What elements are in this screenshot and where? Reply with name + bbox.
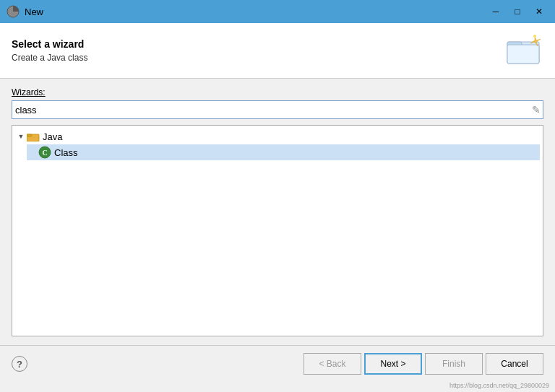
svg-point-4	[533, 35, 536, 38]
svg-text:C: C	[42, 149, 47, 157]
header-text: Select a wizard Create a Java class	[12, 38, 87, 63]
watermark: https://blog.csdn.net/qq_29800029	[0, 382, 555, 392]
app-icon	[6, 4, 20, 19]
tree-expand-arrow[interactable]: ▼	[15, 131, 27, 142]
help-button[interactable]: ?	[12, 356, 27, 372]
minimize-button[interactable]: ─	[486, 4, 506, 19]
main-content: Select a wizard Create a Java class Wiza…	[0, 23, 555, 392]
tree-children: ▶ C Class	[27, 144, 540, 160]
next-button[interactable]: Next >	[364, 353, 422, 375]
clear-search-icon[interactable]: ✎	[532, 104, 541, 116]
wizard-icon	[506, 32, 543, 69]
footer-buttons: < Back Next > Finish Cancel	[304, 353, 543, 375]
java-class-icon: C	[38, 146, 51, 159]
close-button[interactable]: ✕	[529, 4, 549, 19]
wizards-label: Wizards:	[12, 87, 543, 97]
window-title: New	[25, 6, 486, 17]
maximize-button[interactable]: □	[507, 4, 528, 19]
wizard-header: Select a wizard Create a Java class	[0, 23, 555, 79]
svg-rect-6	[27, 134, 32, 136]
tree-item-java[interactable]: ▼ Java	[15, 129, 540, 144]
java-folder-icon	[27, 130, 40, 143]
search-input[interactable]	[12, 100, 543, 119]
finish-button[interactable]: Finish	[425, 353, 483, 375]
wizard-body: Wizards: ✎ ▼ Java	[0, 79, 555, 345]
back-button[interactable]: < Back	[304, 353, 361, 375]
tree-label-java: Java	[43, 131, 62, 142]
cancel-button[interactable]: Cancel	[486, 353, 543, 375]
wizard-subtitle: Create a Java class	[12, 53, 87, 63]
wizard-title: Select a wizard	[12, 38, 87, 50]
svg-rect-3	[507, 45, 539, 64]
window-controls: ─ □ ✕	[486, 4, 549, 19]
wizard-footer: ? < Back Next > Finish Cancel	[0, 345, 555, 382]
title-bar: New ─ □ ✕	[0, 0, 555, 23]
footer-left: ?	[12, 356, 27, 372]
search-container: ✎	[12, 100, 543, 119]
tree-item-class[interactable]: ▶ C Class	[27, 144, 540, 160]
wizard-tree[interactable]: ▼ Java ▶	[12, 125, 543, 336]
tree-label-class: Class	[54, 147, 78, 158]
